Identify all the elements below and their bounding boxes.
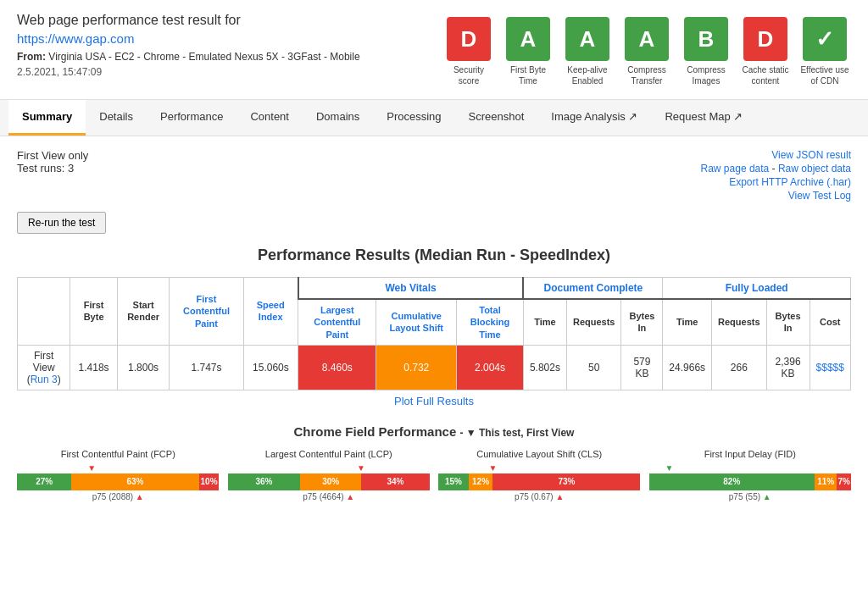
view-log-link[interactable]: View Test Log [788,190,851,202]
cell-fcp: 1.747s [170,345,243,390]
col-tbt: Total Blocking Time [457,299,524,345]
grade-box: A [565,17,609,61]
fully-loaded-group: Fully Loaded [663,278,851,300]
bar-segment: 15% [438,473,469,490]
nav-tab-processing[interactable]: Processing [373,100,454,136]
field-metric: First Input Delay (FID)▼82%11%7%p75 (55)… [649,449,852,501]
col-fcp: First Contentful Paint [170,278,243,346]
cell-start-render: 1.800s [117,345,169,390]
cell-fl-requests: 266 [712,345,767,390]
col-doc-bytes: Bytes In [621,299,663,345]
grade-box: D [447,17,491,61]
cell-fl-time: 24.966s [663,345,712,390]
site-url-link[interactable]: https://www.gap.com [17,31,134,46]
raw-object-link[interactable]: Raw object data [778,163,851,174]
row-label: First View (Run 3) [18,345,70,390]
web-vitals-group: Web Vitals [298,278,524,300]
col-fl-time: Time [663,299,712,345]
bar-segment: 27% [17,473,71,490]
col-fl-cost: Cost [810,299,850,345]
view-header-left: First View only Test runs: 3 [17,149,88,174]
from-details: Virginia USA - EC2 - Chrome - Emulated N… [48,51,359,63]
nav-tab-performance[interactable]: Performance [147,100,236,136]
grade-item: AKeep-alive Enabled [561,17,614,86]
table-row: First View (Run 3) 1.418s 1.800s 1.747s … [18,345,851,390]
nav-tab-details[interactable]: Details [86,100,147,136]
field-metric: First Contentful Paint (FCP)▼27%63%10%p7… [17,449,220,501]
grade-item: ✓Effective use of CDN [798,17,851,86]
run-link[interactable]: Run 3 [31,374,58,385]
rerun-button[interactable]: Re-run the test [17,212,106,234]
view-title: First View only [17,149,88,162]
cell-first-byte: 1.418s [70,345,118,390]
bar-segment: 36% [228,473,301,490]
field-metric: Cumulative Layout Shift (CLS)▼15%12%73%p… [438,449,641,501]
field-metric-title: First Contentful Paint (FCP) [17,449,220,459]
field-metric-title: Cumulative Layout Shift (CLS) [438,449,641,459]
cell-doc-bytes: 579 KB [621,345,663,390]
cell-fl-bytes: 2,396 KB [766,345,810,390]
main-content: First View only Test runs: 3 View JSON r… [0,136,868,514]
view-json-link[interactable]: View JSON result [771,149,851,161]
field-metric: Largest Contentful Paint (LCP)▼36%30%34%… [228,449,431,501]
bar-segment: 11% [815,473,837,490]
grade-label: Compress Images [680,64,732,86]
grade-item: ACompress Transfer [620,17,673,86]
nav-tab-screenshot[interactable]: Screenshot [455,100,538,136]
bar-segment: 82% [649,473,815,490]
field-metric-title: First Input Delay (FID) [649,449,852,459]
header-section: Web page performance test result for htt… [0,0,868,99]
timestamp: 2.5.2021, 15:47:09 [17,66,360,78]
export-har-link[interactable]: Export HTTP Archive (.har) [729,176,851,188]
performance-table: First Byte Start Render First Contentful… [17,277,851,390]
plot-full-results-link[interactable]: Plot Full Results [394,395,474,407]
grade-item: DSecurity score [442,17,495,86]
nav-tab-summary[interactable]: Summary [8,100,86,136]
grade-box: A [625,17,669,61]
col-doc-requests: Requests [566,299,621,345]
chrome-field-section: Chrome Field Performance - ▼ This test, … [17,424,851,501]
view-header: First View only Test runs: 3 View JSON r… [17,149,851,203]
p75-label: p75 (4664) ▲ [228,492,431,501]
from-label: From: [17,51,46,63]
col-fl-requests: Requests [712,299,767,345]
grade-label: Effective use of CDN [798,64,851,86]
nav-tab-image-analysis--[interactable]: Image Analysis ↗ [537,100,651,136]
col-lcp: Largest Contentful Paint [298,299,376,345]
test-runs: Test runs: 3 [17,162,88,174]
grade-item: BCompress Images [680,17,732,86]
cell-doc-requests: 50 [566,345,621,390]
header-left: Web page performance test result for htt… [17,13,360,78]
bar-segment: 10% [199,473,220,490]
col-fl-bytes: Bytes In [766,299,810,345]
cell-lcp: 8.460s [298,345,376,390]
grade-label: Compress Transfer [620,64,673,86]
from-info: From: Virginia USA - EC2 - Chrome - Emul… [17,51,360,63]
cell-doc-time: 5.802s [523,345,566,390]
p75-marker: ▼ [357,463,365,473]
col-start-render: Start Render [117,278,169,346]
grade-label: Security score [442,64,495,86]
doc-complete-group: Document Complete [523,278,662,300]
bar-segment: 73% [492,473,640,490]
bar-segment: 34% [361,473,430,490]
bar-segment: 12% [469,473,493,490]
p75-label: p75 (0.67) ▲ [438,492,641,501]
grade-box: ✓ [803,17,847,61]
col-speed-index: Speed Index [243,278,298,346]
page-title: Web page performance test result for [17,13,360,28]
grade-label: First Byte Time [502,64,554,86]
nav-tab-content[interactable]: Content [236,100,303,136]
test-runs-label: Test runs: [17,162,64,174]
grade-label: Keep-alive Enabled [561,64,614,86]
cell-tbt: 2.004s [457,345,524,390]
p75-marker: ▼ [488,463,497,473]
p75-label: p75 (2088) ▲ [17,492,220,501]
col-cls: Cumulative Layout Shift [376,299,457,345]
p75-label: p75 (55) ▲ [649,492,852,501]
grade-item: AFirst Byte Time [502,17,554,86]
bar-segment: 30% [300,473,361,490]
raw-page-link[interactable]: Raw page data [701,163,770,174]
nav-tab-request-map--[interactable]: Request Map ↗ [651,100,756,136]
nav-tab-domains[interactable]: Domains [303,100,373,136]
